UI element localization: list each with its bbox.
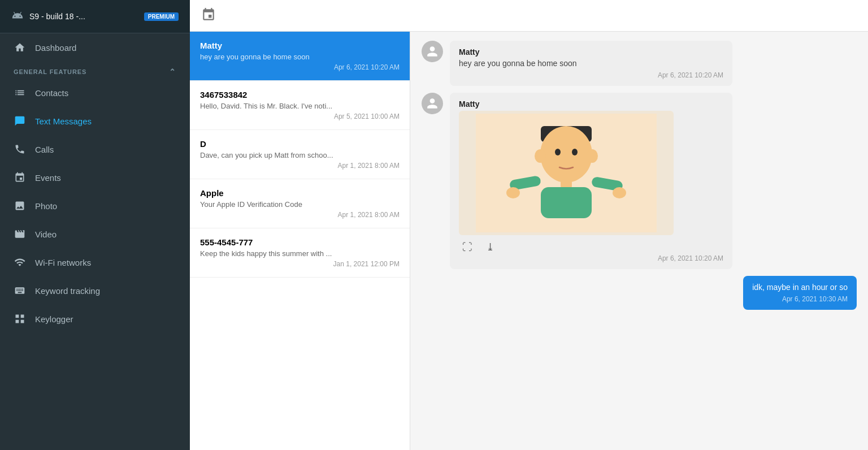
msg-time-outgoing: Apr 6, 2021 10:30 AM (752, 295, 848, 303)
svg-point-10 (506, 187, 520, 198)
conv-preview: Hello, David. This is Mr. Black. I've no… (200, 102, 400, 110)
keyboard-icon (14, 284, 26, 297)
svg-point-12 (613, 187, 626, 198)
conv-name: Apple (200, 188, 400, 198)
msg-sender-2: Matty (459, 99, 723, 109)
chevron-up-icon: ⌃ (169, 67, 176, 76)
main-content: Matty hey are you gonna be home soon Apr… (190, 0, 868, 450)
message-image (459, 111, 674, 235)
grid-icon (14, 313, 26, 325)
conv-name: Matty (200, 41, 400, 50)
conv-item-555[interactable]: 555-4545-777 Keep the kids happy this su… (190, 228, 410, 278)
conv-time: Jan 1, 2021 12:00 PM (200, 260, 400, 268)
sidebar-item-calls[interactable]: Calls (0, 135, 190, 163)
events-icon (14, 171, 26, 184)
conv-item-matty[interactable]: Matty hey are you gonna be home soon Apr… (190, 32, 410, 81)
sidebar-item-wifi[interactable]: Wi-Fi networks (0, 248, 190, 276)
sidebar-label-keylogger: Keylogger (35, 314, 73, 324)
list-icon (14, 86, 26, 99)
android-icon (11, 9, 24, 24)
video-icon (14, 228, 26, 240)
sidebar-label-events: Events (35, 173, 61, 183)
svg-point-5 (555, 149, 561, 155)
chat-icon (14, 115, 26, 127)
conversation-list: Matty hey are you gonna be home soon Apr… (190, 32, 410, 450)
message-bubble-2: Matty (450, 93, 732, 269)
conv-item-3467533842[interactable]: 3467533842 Hello, David. This is Mr. Bla… (190, 81, 410, 130)
messages-pane: Matty hey are you gonna be home soon Apr… (190, 32, 868, 450)
conv-name: 3467533842 (200, 90, 400, 99)
conv-name: 555-4545-777 (200, 237, 400, 247)
conv-time: Apr 1, 2021 8:00 AM (200, 211, 400, 219)
svg-point-2 (540, 126, 592, 183)
msg-text-outgoing: idk, maybe in an hour or so (752, 283, 848, 292)
outgoing-bubble-1: idk, maybe in an hour or so Apr 6, 2021 … (743, 276, 857, 310)
svg-point-4 (587, 149, 598, 163)
sidebar: S9 - build 18 -... PREMIUM Dashboard GEN… (0, 0, 190, 450)
message-row-2: Matty (422, 93, 857, 269)
top-bar (190, 0, 868, 32)
sidebar-label-dashboard: Dashboard (35, 43, 76, 53)
conv-item-d[interactable]: D Dave, can you pick up Matt from schoo.… (190, 130, 410, 179)
avatar-matty-2 (422, 93, 443, 114)
svg-point-3 (535, 149, 546, 163)
calendar-icon[interactable] (201, 7, 216, 24)
image-icon (14, 200, 26, 212)
wifi-icon (14, 256, 26, 269)
sidebar-item-dashboard[interactable]: Dashboard (0, 33, 190, 62)
avatar-matty-1 (422, 41, 443, 62)
conv-preview: Keep the kids happy this summer with ... (200, 249, 400, 258)
svg-rect-7 (561, 180, 572, 188)
msg-time-2: Apr 6, 2021 10:20 AM (459, 254, 723, 262)
expand-button[interactable]: ⛶ (459, 240, 476, 254)
sidebar-label-keyword-tracking: Keyword tracking (35, 286, 100, 296)
sidebar-label-video: Video (35, 230, 57, 239)
msg-time: Apr 6, 2021 10:20 AM (459, 71, 723, 79)
sidebar-item-events[interactable]: Events (0, 163, 190, 192)
sidebar-item-text-messages[interactable]: Text Messages (0, 107, 190, 135)
sidebar-item-video[interactable]: Video (0, 220, 190, 248)
msg-text: hey are you gonna be home soon (459, 59, 723, 68)
sidebar-label-photo: Photo (35, 201, 57, 211)
sidebar-item-keylogger[interactable]: Keylogger (0, 305, 190, 333)
device-name: S9 - build 18 -... (29, 12, 138, 21)
section-general-features: GENERAL FEATURES ⌃ (0, 62, 190, 79)
message-actions: ⛶ ⤓ (459, 240, 723, 254)
sidebar-item-photo[interactable]: Photo (0, 192, 190, 220)
sidebar-item-contacts[interactable]: Contacts (0, 79, 190, 107)
premium-badge: PREMIUM (144, 12, 179, 21)
svg-point-6 (572, 149, 578, 155)
conv-time: Apr 6, 2021 10:20 AM (200, 63, 400, 71)
conv-item-apple[interactable]: Apple Your Apple ID Verification Code Ap… (190, 179, 410, 228)
sidebar-label-wifi: Wi-Fi networks (35, 258, 91, 267)
msg-sender: Matty (459, 47, 723, 57)
conv-time: Apr 1, 2021 8:00 AM (200, 162, 400, 170)
conv-name: D (200, 139, 400, 149)
sidebar-label-calls: Calls (35, 145, 54, 154)
sidebar-label-text-messages: Text Messages (35, 116, 92, 126)
conv-preview: Dave, can you pick up Matt from schoo... (200, 151, 400, 159)
home-icon (14, 41, 26, 54)
message-row-1: Matty hey are you gonna be home soon Apr… (422, 41, 857, 86)
sidebar-label-contacts: Contacts (35, 88, 68, 98)
sidebar-header: S9 - build 18 -... PREMIUM (0, 0, 190, 33)
conv-preview: Your Apple ID Verification Code (200, 200, 400, 209)
conv-time: Apr 5, 2021 10:00 AM (200, 112, 400, 120)
chat-pane: Matty hey are you gonna be home soon Apr… (410, 32, 868, 450)
conv-preview: hey are you gonna be home soon (200, 53, 400, 61)
download-button[interactable]: ⤓ (483, 240, 498, 254)
phone-icon (14, 143, 26, 155)
svg-rect-8 (541, 187, 592, 218)
message-bubble-1: Matty hey are you gonna be home soon Apr… (450, 41, 732, 86)
message-row-3: idk, maybe in an hour or so Apr 6, 2021 … (422, 276, 857, 310)
sidebar-item-keyword-tracking[interactable]: Keyword tracking (0, 276, 190, 305)
